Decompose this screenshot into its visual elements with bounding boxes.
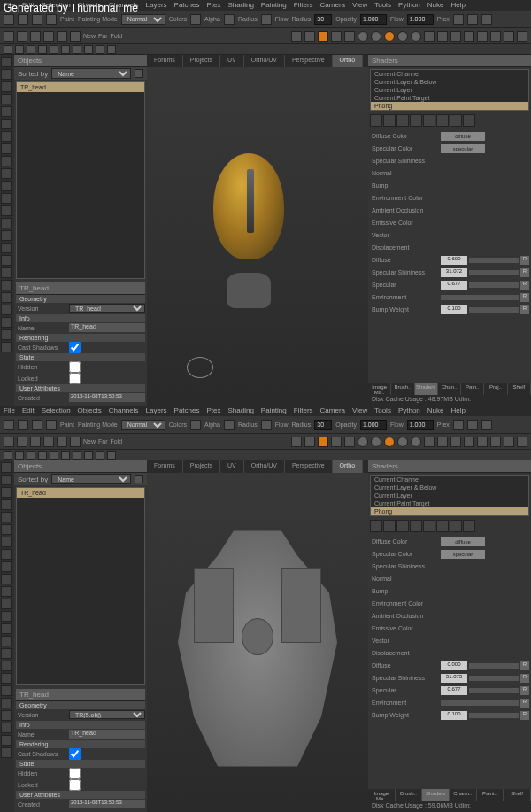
tab-uv[interactable]: UV <box>220 460 244 473</box>
t3-icon[interactable] <box>96 45 104 54</box>
tab-imageman[interactable]: Image Ma.. <box>368 383 391 395</box>
diffcolor-swatch[interactable]: diffuse <box>441 537 485 546</box>
shader-icon[interactable] <box>463 520 475 532</box>
bumpw-value[interactable]: 0.100 <box>441 711 467 720</box>
t2-icon-active[interactable] <box>318 31 328 42</box>
menu-python[interactable]: Python <box>398 1 420 10</box>
tool-clone-icon[interactable] <box>1 119 12 129</box>
hidden-checkbox[interactable] <box>69 768 81 779</box>
shader-icon[interactable] <box>423 520 435 532</box>
t2-icon[interactable] <box>490 31 501 42</box>
speccolor-swatch[interactable]: specular <box>441 550 485 559</box>
tab-pain[interactable]: Paint.. <box>477 789 504 801</box>
t2-icon[interactable] <box>490 437 501 447</box>
tool-icon[interactable] <box>46 420 57 430</box>
diffuse-slider[interactable] <box>469 663 519 669</box>
tool-icon[interactable] <box>4 420 14 430</box>
object-list[interactable]: TR_head <box>16 487 145 685</box>
reset-button[interactable]: R <box>520 699 529 708</box>
t2-icon[interactable] <box>504 31 514 42</box>
t2-icon[interactable] <box>4 31 14 42</box>
tab-orthouv[interactable]: Ortho/UV <box>244 55 285 67</box>
shader-item[interactable]: Current Layer & Below <box>371 78 528 86</box>
shader-item[interactable]: Current Layer <box>371 86 528 94</box>
menu-nuke[interactable]: Nuke <box>427 1 444 10</box>
tool-icon[interactable] <box>18 420 28 430</box>
specular-value[interactable]: 0.677 <box>441 281 467 290</box>
env-slider[interactable] <box>441 295 519 300</box>
diffcolor-swatch[interactable]: diffuse <box>441 132 485 141</box>
paintmode-dropdown[interactable]: Normal <box>121 420 165 430</box>
reset-button[interactable]: R <box>520 293 529 302</box>
tab-pain[interactable]: Pain.. <box>461 383 484 395</box>
menu-shading[interactable]: Shading <box>227 1 253 10</box>
diffuse-slider[interactable] <box>469 258 519 263</box>
info-section[interactable]: Info <box>16 721 145 729</box>
t2-icon[interactable] <box>30 31 41 42</box>
tool-clone-icon[interactable] <box>1 524 12 535</box>
tool-misc-icon[interactable] <box>1 342 12 352</box>
t2-icon[interactable] <box>291 437 302 447</box>
opacity-input[interactable] <box>360 14 387 25</box>
tab-proj[interactable]: Proj.. <box>484 383 507 395</box>
object-item[interactable]: TR_head <box>17 82 144 92</box>
tool-select-icon[interactable] <box>1 81 12 92</box>
tab-perspective[interactable]: Perspective <box>285 55 333 67</box>
t2-icon[interactable] <box>517 437 527 447</box>
tool-blur-icon[interactable] <box>1 537 12 547</box>
radius-input[interactable] <box>314 420 332 430</box>
flow-input[interactable] <box>407 14 434 25</box>
sort-dropdown[interactable]: Name <box>51 68 131 79</box>
state-section[interactable]: State <box>16 353 145 361</box>
t2-icon[interactable] <box>477 437 488 447</box>
menu-layers[interactable]: Layers <box>146 1 167 10</box>
menu-selection[interactable]: Selection <box>42 406 71 415</box>
tab-imageman[interactable]: Image Ma.. <box>368 789 396 801</box>
t2-icon[interactable] <box>70 31 81 42</box>
geometry-section[interactable]: Geometry <box>16 295 145 303</box>
object-list[interactable]: TR_head <box>16 81 145 279</box>
ptex-icon[interactable] <box>481 420 492 430</box>
object-item[interactable]: TR_head <box>17 488 144 498</box>
t3-icon[interactable] <box>61 451 70 460</box>
tab-uv[interactable]: UV <box>220 55 244 67</box>
shader-item-active[interactable]: Phong <box>371 507 528 515</box>
menu-tools[interactable]: Tools <box>374 406 391 415</box>
t2-icon[interactable] <box>57 437 67 447</box>
specular-slider[interactable] <box>469 282 519 288</box>
tab-ortho[interactable]: Ortho <box>333 460 364 473</box>
menu-filters[interactable]: Filters <box>294 1 313 10</box>
version-dropdown[interactable]: TR_head <box>69 304 145 313</box>
t2-icon-active[interactable] <box>318 437 328 447</box>
sphere-icon[interactable] <box>371 31 381 42</box>
sphere-icon[interactable] <box>411 31 421 42</box>
bumpw-slider[interactable] <box>469 307 519 313</box>
locked-checkbox[interactable] <box>69 779 81 791</box>
viewport-canvas[interactable] <box>147 473 368 812</box>
tool-brush-icon[interactable] <box>1 462 12 473</box>
reset-button[interactable]: R <box>520 661 529 670</box>
t3-icon[interactable] <box>4 451 12 460</box>
menu-patches[interactable]: Patches <box>174 1 200 10</box>
sphere-icon-active[interactable] <box>384 437 395 447</box>
tool-mask-icon[interactable] <box>1 586 12 597</box>
t3-icon[interactable] <box>27 451 35 460</box>
castshadows-checkbox[interactable] <box>69 342 81 353</box>
tool-blur-icon[interactable] <box>1 131 12 142</box>
t3-icon[interactable] <box>107 451 116 460</box>
t2-icon[interactable] <box>70 437 81 447</box>
alpha-swatch[interactable] <box>224 14 235 25</box>
tool-erase-icon[interactable] <box>1 512 12 522</box>
shader-item[interactable]: Current Layer <box>371 491 528 499</box>
tool-paint-icon[interactable] <box>1 499 12 510</box>
t2-icon[interactable] <box>30 437 41 447</box>
ptex-icon[interactable] <box>453 420 464 430</box>
t2-icon[interactable] <box>464 31 474 42</box>
menu-edit[interactable]: Edit <box>22 406 35 415</box>
shader-icon[interactable] <box>370 520 382 532</box>
t3-icon[interactable] <box>107 45 116 54</box>
t3-icon[interactable] <box>4 45 12 54</box>
menu-view[interactable]: View <box>352 1 367 10</box>
tab-shelf[interactable]: Shelf <box>508 383 531 395</box>
shader-icon[interactable] <box>396 520 409 532</box>
